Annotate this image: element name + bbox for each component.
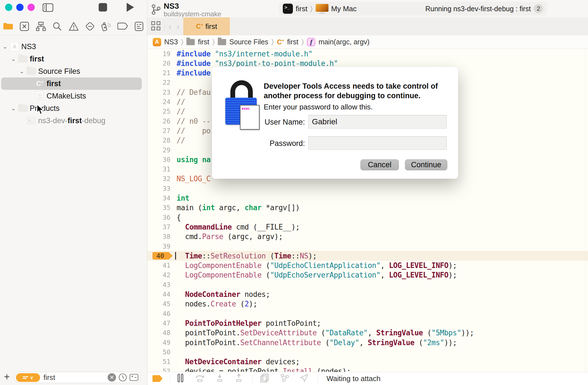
breakpoint-navigator-icon[interactable] <box>116 20 129 33</box>
line-number[interactable]: 25 <box>147 108 170 115</box>
line-number[interactable]: 29 <box>147 146 170 154</box>
disclosure-chevron-icon[interactable]: ⌄ <box>11 56 16 62</box>
debug-navigator-icon[interactable] <box>100 20 113 33</box>
line-number[interactable]: 49 <box>147 339 170 346</box>
disclosure-chevron-icon[interactable]: ⌄ <box>19 68 25 75</box>
tree-row[interactable]: ⌄first <box>0 53 147 65</box>
code-line[interactable]: 38 cmd.Parse (argc, argv); <box>147 232 588 242</box>
forward-chevron-icon[interactable]: › <box>177 22 179 31</box>
line-number[interactable]: 51 <box>147 358 170 365</box>
tree-row[interactable]: ⌄Source Files <box>0 65 147 77</box>
code-line[interactable]: 42 LogComponentEnable ("UdpEchoServerApp… <box>147 270 588 280</box>
scheme-selector[interactable]: first <box>296 4 307 13</box>
find-navigator-icon[interactable] <box>51 20 64 33</box>
code-line[interactable]: 51 NetDeviceContainer devices; <box>147 357 588 367</box>
pause-icon[interactable] <box>177 374 184 383</box>
code-line[interactable]: 44 NodeContainer nodes; <box>147 290 588 299</box>
line-number[interactable]: 26 <box>147 118 170 125</box>
breadcrumb-project[interactable]: NS3 <box>164 38 178 46</box>
tree-row[interactable]: ⌄ANS3 <box>0 40 147 53</box>
code-line[interactable]: 41 LogComponentEnable ("UdpEchoClientApp… <box>147 261 588 271</box>
username-field[interactable]: Gabriel <box>308 115 447 129</box>
line-number[interactable]: 52 <box>147 368 170 372</box>
add-button[interactable]: + <box>4 371 10 383</box>
cancel-button[interactable]: Cancel <box>360 159 399 170</box>
stop-button[interactable] <box>99 3 107 12</box>
back-chevron-icon[interactable]: ‹ <box>169 22 172 31</box>
line-number[interactable]: 45 <box>147 300 170 308</box>
line-number[interactable]: 35 <box>147 204 170 211</box>
line-number[interactable]: 30 <box>147 156 170 163</box>
code-line[interactable]: 45 nodes.Create (2); <box>147 299 588 309</box>
line-number[interactable]: 33 <box>147 185 170 192</box>
line-number[interactable]: 42 <box>147 271 170 279</box>
line-number[interactable]: 38 <box>147 233 170 240</box>
code-line[interactable]: 46 <box>147 309 588 318</box>
code-line[interactable]: 47 PointToPointHelper pointToPoint; <box>147 318 588 328</box>
zoom-traffic-light[interactable] <box>27 4 35 11</box>
filter-input[interactable]: first <box>43 373 105 382</box>
line-number[interactable]: 34 <box>147 194 170 202</box>
tree-row[interactable]: C+first <box>0 77 147 90</box>
close-traffic-light[interactable] <box>5 4 12 11</box>
breadcrumb-file[interactable]: first <box>287 38 298 46</box>
test-navigator-icon[interactable] <box>84 20 96 33</box>
breadcrumb-group[interactable]: first <box>198 38 209 46</box>
line-number[interactable]: 37 <box>147 223 170 231</box>
tree-row[interactable]: CMakeLists <box>0 90 147 102</box>
editor-scrollbar-track[interactable] <box>585 49 586 372</box>
crash-navigator-icon[interactable] <box>18 20 31 33</box>
scheme-executable-icon[interactable]: >_ <box>283 4 293 14</box>
line-number[interactable]: 31 <box>147 166 170 173</box>
breakpoint-badge[interactable]: 40 <box>152 252 173 260</box>
breakpoint-toggle-icon[interactable] <box>152 375 163 382</box>
line-number[interactable]: 21 <box>147 69 170 77</box>
line-number[interactable]: 27 <box>147 127 170 134</box>
minimize-traffic-light[interactable] <box>16 4 24 11</box>
issue-count-badge[interactable]: 2 <box>534 4 543 13</box>
code-line[interactable]: 49 pointToPoint.SetChannelAttribute ("De… <box>147 338 588 347</box>
clear-filter-icon[interactable]: ✕ <box>108 373 116 382</box>
password-field[interactable] <box>308 136 447 150</box>
project-navigator-icon[interactable] <box>2 20 15 33</box>
code-line[interactable]: 34int <box>147 193 588 203</box>
code-line[interactable]: 36{ <box>147 212 588 222</box>
continue-button[interactable]: Continue <box>405 159 447 170</box>
editor-grid-icon[interactable] <box>151 21 161 32</box>
line-number[interactable]: 19 <box>147 50 170 58</box>
issue-navigator-icon[interactable] <box>67 20 80 33</box>
line-number[interactable]: 22 <box>147 79 170 86</box>
line-number[interactable]: 24 <box>147 98 170 106</box>
line-number[interactable]: 46 <box>147 310 170 317</box>
line-number[interactable]: 20 <box>147 60 170 67</box>
tab-first[interactable]: C+ first <box>183 17 230 35</box>
code-line[interactable]: 37 CommandLine cmd (__FILE__); <box>147 222 588 232</box>
line-number[interactable]: 48 <box>147 329 170 336</box>
line-number[interactable]: 23 <box>147 89 170 96</box>
code-line[interactable]: 19#include "ns3/internet-module.h" <box>147 49 588 59</box>
toggle-sidebar-icon[interactable] <box>43 3 53 12</box>
disclosure-chevron-icon[interactable]: ⌄ <box>2 43 8 50</box>
line-number[interactable]: 36 <box>147 214 170 221</box>
destination-selector[interactable]: My Mac <box>331 4 357 13</box>
code-line[interactable]: 40 Time::SetResolution (Time::NS); <box>147 251 588 261</box>
report-navigator-icon[interactable] <box>133 20 145 33</box>
tree-row[interactable]: >_ns3-dev-first-debug <box>0 114 147 127</box>
code-line[interactable]: 50 <box>147 347 588 357</box>
line-number[interactable]: 28 <box>147 137 170 144</box>
tree-row[interactable]: ⌄Products <box>0 102 147 114</box>
code-line[interactable]: 48 pointToPoint.SetDeviceAttribute ("Dat… <box>147 328 588 338</box>
disclosure-chevron-icon[interactable]: ⌄ <box>11 105 16 112</box>
code-line[interactable]: 35main (int argc, char *argv[]) <box>147 203 588 213</box>
line-number[interactable]: 39 <box>147 243 170 250</box>
filter-field[interactable]: ∨ first ✕ <box>14 372 141 383</box>
breakpoints-filter-icon[interactable] <box>129 374 138 381</box>
breadcrumb-source-files[interactable]: Source Files <box>229 38 268 46</box>
line-number[interactable]: 43 <box>147 281 170 288</box>
line-number[interactable]: 50 <box>147 349 170 356</box>
code-line[interactable]: 33 <box>147 184 588 193</box>
line-number[interactable]: 47 <box>147 320 170 327</box>
line-number[interactable]: 44 <box>147 291 170 298</box>
line-number[interactable]: 41 <box>147 262 170 269</box>
filter-options-button[interactable]: ∨ <box>16 373 40 382</box>
